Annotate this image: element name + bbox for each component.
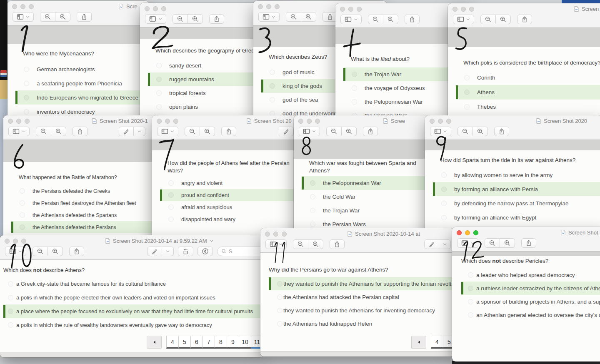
minimize-button[interactable] xyxy=(20,4,25,9)
sidebar-toggle-button[interactable] xyxy=(8,127,30,136)
minimize-button[interactable] xyxy=(266,4,271,9)
rotate-button[interactable] xyxy=(178,247,193,256)
close-button[interactable] xyxy=(265,232,270,237)
minimize-button[interactable] xyxy=(307,119,312,124)
close-button[interactable] xyxy=(452,7,458,12)
close-button[interactable] xyxy=(298,119,303,124)
answer-option-label: the Athenians defeated the Spartans xyxy=(32,212,117,218)
zoom-out-button[interactable] xyxy=(36,127,51,136)
minimize-button[interactable] xyxy=(461,7,466,12)
minimize-button[interactable] xyxy=(438,119,443,124)
zoom-in-button[interactable] xyxy=(188,14,203,24)
close-button[interactable] xyxy=(145,6,150,11)
window-title: Screen Shot 2020-1 xyxy=(92,118,148,124)
zoom-in-button[interactable] xyxy=(55,12,70,22)
zoom-window-button[interactable] xyxy=(357,7,362,12)
sidebar-toggle-button[interactable] xyxy=(299,127,320,136)
zoom-in-button[interactable] xyxy=(496,15,511,24)
zoom-out-button[interactable] xyxy=(368,15,383,24)
zoom-out-button[interactable] xyxy=(485,238,500,248)
zoom-in-button[interactable] xyxy=(500,238,515,248)
share-button[interactable] xyxy=(494,127,509,136)
markup-button[interactable] xyxy=(424,239,439,249)
minimize-button[interactable] xyxy=(348,7,353,12)
sidebar-toggle-button[interactable] xyxy=(340,15,362,24)
titlebar: Screen S xyxy=(448,3,600,15)
close-button[interactable] xyxy=(258,4,263,9)
sidebar-toggle-button[interactable] xyxy=(430,127,451,136)
zoom-in-button[interactable] xyxy=(301,12,316,22)
markup-dropdown-button[interactable] xyxy=(162,247,174,256)
minimize-button[interactable] xyxy=(153,6,158,11)
zoom-window-button[interactable] xyxy=(275,4,280,9)
background-window-top-bar xyxy=(562,0,600,3)
sidebar-toggle-button[interactable] xyxy=(265,239,287,249)
sidebar-toggle-button[interactable] xyxy=(145,14,166,24)
close-button[interactable] xyxy=(430,119,435,124)
minimize-button[interactable] xyxy=(16,119,21,124)
close-button[interactable] xyxy=(340,7,345,12)
share-button[interactable] xyxy=(77,12,92,22)
sidebar-toggle-button[interactable] xyxy=(457,238,478,248)
zoom-window-button[interactable] xyxy=(446,119,451,124)
markup-button[interactable] xyxy=(279,127,294,136)
sidebar-toggle-button[interactable] xyxy=(157,127,178,136)
zoom-window-button[interactable] xyxy=(161,6,166,11)
zoom-window-button[interactable] xyxy=(25,119,30,124)
close-button[interactable] xyxy=(457,230,462,235)
sidebar-toggle-button[interactable] xyxy=(12,12,34,22)
zoom-in-button[interactable] xyxy=(308,239,323,249)
zoom-window-button[interactable] xyxy=(173,119,178,124)
zoom-in-button[interactable] xyxy=(200,127,215,136)
zoom-in-button[interactable] xyxy=(473,127,488,136)
minimize-button[interactable] xyxy=(165,119,170,124)
search-input[interactable]: S xyxy=(217,247,264,256)
zoom-out-button[interactable] xyxy=(326,127,342,136)
close-button[interactable] xyxy=(8,119,13,124)
zoom-out-button[interactable] xyxy=(293,239,308,249)
sidebar-toggle-button[interactable] xyxy=(453,15,474,24)
zoom-out-button[interactable] xyxy=(458,127,473,136)
close-button[interactable] xyxy=(157,119,162,124)
share-button[interactable] xyxy=(330,239,345,249)
answer-option-label: sandy desert xyxy=(169,62,201,69)
share-button[interactable] xyxy=(521,238,536,248)
zoom-out-button[interactable] xyxy=(172,14,188,24)
zoom-window-button[interactable] xyxy=(282,232,287,237)
chevron-down-icon[interactable] xyxy=(210,239,213,243)
minimize-button[interactable] xyxy=(13,239,18,244)
sidebar-toggle-button[interactable] xyxy=(5,247,26,256)
zoom-out-button[interactable] xyxy=(286,12,301,22)
markup-button[interactable] xyxy=(147,247,162,256)
minimize-button[interactable] xyxy=(465,230,470,235)
minimize-button[interactable] xyxy=(273,232,278,237)
markup-pen-button[interactable] xyxy=(198,247,213,256)
share-button[interactable] xyxy=(363,127,378,136)
markup-dropdown-button[interactable] xyxy=(439,239,451,249)
markup-button[interactable] xyxy=(119,127,134,136)
zoom-in-button[interactable] xyxy=(383,15,398,24)
zoom-in-button[interactable] xyxy=(51,127,66,136)
zoom-in-button[interactable] xyxy=(48,247,63,256)
zoom-out-button[interactable] xyxy=(32,247,48,256)
markup-dropdown-button[interactable] xyxy=(134,127,145,136)
zoom-in-button[interactable] xyxy=(342,127,357,136)
toolbar-extras xyxy=(424,239,451,249)
zoom-window-button[interactable] xyxy=(469,7,474,12)
share-button[interactable] xyxy=(517,15,532,24)
zoom-out-button[interactable] xyxy=(40,12,55,22)
share-button[interactable] xyxy=(221,127,236,136)
zoom-out-button[interactable] xyxy=(185,127,200,136)
share-button[interactable] xyxy=(72,127,88,136)
zoom-out-button[interactable] xyxy=(480,15,496,24)
share-button[interactable] xyxy=(69,247,84,256)
zoom-window-button[interactable] xyxy=(473,230,478,235)
share-button[interactable] xyxy=(209,14,224,24)
close-button[interactable] xyxy=(5,239,10,244)
close-button[interactable] xyxy=(12,4,17,9)
zoom-window-button[interactable] xyxy=(21,239,26,244)
zoom-window-button[interactable] xyxy=(315,119,320,124)
share-button[interactable] xyxy=(405,15,420,24)
sidebar-toggle-button[interactable] xyxy=(258,12,280,22)
zoom-window-button[interactable] xyxy=(29,4,34,9)
